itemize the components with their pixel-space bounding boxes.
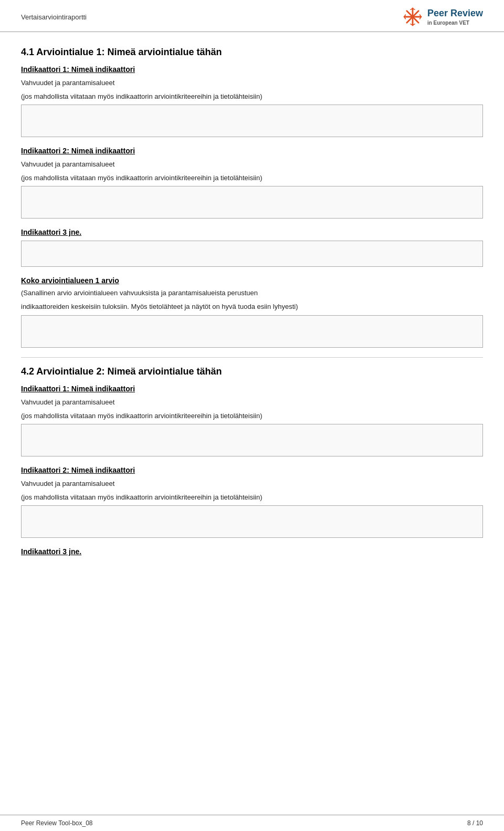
overall-textbox[interactable] <box>21 315 483 348</box>
strengths-sub-2: (jos mahdollista viitataan myös indikaat… <box>21 173 483 183</box>
overall-heading: Koko arviointialueen 1 arvio <box>21 276 483 285</box>
overall-sub-2: indikaattoreiden keskeisiin tuloksiin. M… <box>21 302 483 312</box>
section-42-heading: 4.2 Arviointialue 2: Nimeä arviointialue… <box>21 366 483 377</box>
indicator-42-2-textbox[interactable] <box>21 505 483 538</box>
indicator-2-textbox[interactable] <box>21 186 483 219</box>
footer-left: Peer Review Tool-box_08 <box>21 819 93 827</box>
footer-right: 8 / 10 <box>467 819 483 827</box>
indicator-42-3-heading: Indikaattori 3 jne. <box>21 547 483 556</box>
logo-sub: in European VET <box>427 19 483 26</box>
indicator-3-heading: Indikaattori 3 jne. <box>21 228 483 236</box>
indicator-2-heading: Indikaattori 2: Nimeä indikaattori <box>21 147 483 155</box>
section-4-1: 4.1 Arviointialue 1: Nimeä arviointialue… <box>21 47 483 348</box>
footer: Peer Review Tool-box_08 8 / 10 <box>0 815 504 831</box>
indicator-42-1-heading: Indikaattori 1: Nimeä indikaattori <box>21 385 483 393</box>
overall-sub-1: (Sanallinen arvio arviointialueen vahvuu… <box>21 288 483 298</box>
indicator-1-heading: Indikaattori 1: Nimeä indikaattori <box>21 65 483 74</box>
strengths-label-42-1: Vahvuudet ja parantamisalueet <box>21 397 483 408</box>
strengths-sub-42-2: (jos mahdollista viitataan myös indikaat… <box>21 492 483 503</box>
indicator-42-2-heading: Indikaattori 2: Nimeä indikaattori <box>21 466 483 474</box>
header: Vertaisarviointiraportti <box>0 0 504 32</box>
main-content: 4.1 Arviointialue 1: Nimeä arviointialue… <box>0 32 504 815</box>
logo-text: Peer Review in European VET <box>427 7 483 26</box>
strengths-label-1: Vahvuudet ja parantamisalueet <box>21 78 483 88</box>
indicator-1-textbox[interactable] <box>21 105 483 137</box>
strengths-label-2: Vahvuudet ja parantamisalueet <box>21 159 483 170</box>
indicator-3-textbox[interactable] <box>21 241 483 267</box>
peer-review-logo-icon <box>402 6 423 27</box>
section-41-heading: 4.1 Arviointialue 1: Nimeä arviointialue… <box>21 47 483 58</box>
logo-peer-review: Peer Review <box>427 7 483 19</box>
indicator-42-1-textbox[interactable] <box>21 424 483 456</box>
strengths-sub-1: (jos mahdollista viitataan myös indikaat… <box>21 91 483 102</box>
section-divider <box>21 357 483 358</box>
strengths-sub-42-1: (jos mahdollista viitataan myös indikaat… <box>21 411 483 421</box>
header-title: Vertaisarviointiraportti <box>21 13 87 21</box>
page: Vertaisarviointiraportti <box>0 0 504 831</box>
strengths-label-42-2: Vahvuudet ja parantamisalueet <box>21 479 483 489</box>
section-4-2: 4.2 Arviointialue 2: Nimeä arviointialue… <box>21 366 483 556</box>
logo-area: Peer Review in European VET <box>402 6 483 27</box>
